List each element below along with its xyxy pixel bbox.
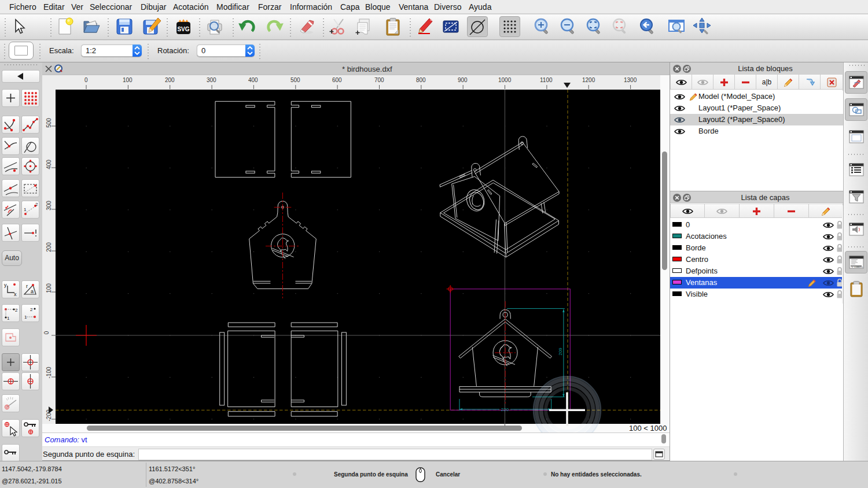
svg-text:209: 209 (558, 347, 563, 356)
svg-text:1: 1 (24, 207, 27, 212)
svg-text:y: y (4, 282, 7, 288)
svg-text:1: 1 (24, 315, 27, 320)
svg-text:SVG: SVG (177, 26, 189, 32)
svg-text:2: 2 (30, 307, 33, 312)
svg-text:220: 220 (501, 407, 509, 412)
svg-text:c comment: c comment (852, 266, 863, 268)
svg-text:r: r (26, 283, 28, 289)
svg-text:a: a (31, 289, 34, 294)
svg-text:1: 1 (7, 316, 10, 321)
svg-text:2: 2 (35, 202, 38, 207)
svg-text:2: 2 (15, 308, 18, 313)
